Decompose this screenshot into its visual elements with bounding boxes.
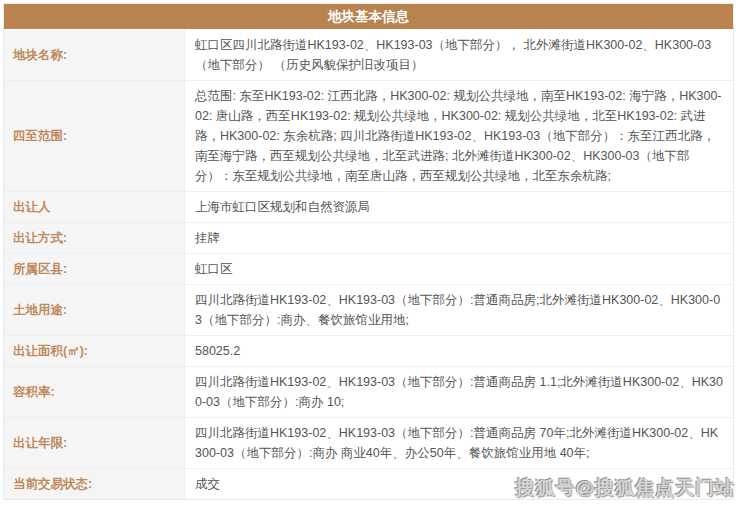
row-value: 上海市虹口区规划和自然资源局: [185, 192, 733, 222]
table-row: 当前交易状态:成交: [4, 468, 733, 499]
table-row: 四至范围:总范围: 东至HK193-02: 江西北路，HK300-02: 规划公…: [4, 80, 733, 191]
row-value-text: 四川北路街道HK193-02、HK193-03（地下部分）:普通商品房 70年;…: [195, 423, 723, 463]
table-row: 土地用途:四川北路街道HK193-02、HK193-03（地下部分）:普通商品房…: [4, 284, 733, 335]
table-row: 所属区县:虹口区: [4, 253, 733, 284]
row-label: 出让年限:: [4, 418, 185, 468]
row-label: 出让面积(㎡):: [4, 336, 185, 366]
table-row: 地块名称:虹口区四川北路街道HK193-02、HK193-03（地下部分）， 北…: [4, 29, 733, 80]
table-row: 出让年限:四川北路街道HK193-02、HK193-03（地下部分）:普通商品房…: [4, 417, 733, 468]
row-value: 虹口区四川北路街道HK193-02、HK193-03（地下部分）， 北外滩街道H…: [185, 30, 733, 80]
table-title: 地块基本信息: [4, 4, 733, 29]
row-value: 四川北路街道HK193-02、HK193-03（地下部分）:普通商品房 70年;…: [185, 418, 733, 468]
row-value: 四川北路街道HK193-02、HK193-03（地下部分）:普通商品房 1.1;…: [185, 367, 733, 417]
row-label: 四至范围:: [4, 81, 185, 191]
land-info-panel: 地块基本信息 地块名称:虹口区四川北路街道HK193-02、HK193-03（地…: [3, 3, 734, 500]
row-label: 容积率:: [4, 367, 185, 417]
row-label: 出让方式:: [4, 223, 185, 253]
row-value: 四川北路街道HK193-02、HK193-03（地下部分）:普通商品房;北外滩街…: [185, 285, 733, 335]
row-value-text: 挂牌: [195, 228, 220, 248]
row-label: 所属区县:: [4, 254, 185, 284]
table-body: 地块名称:虹口区四川北路街道HK193-02、HK193-03（地下部分）， 北…: [4, 29, 733, 499]
row-label: 地块名称:: [4, 30, 185, 80]
table-row: 容积率:四川北路街道HK193-02、HK193-03（地下部分）:普通商品房 …: [4, 366, 733, 417]
row-value-text: 成交: [195, 474, 220, 494]
row-value-text: 虹口区四川北路街道HK193-02、HK193-03（地下部分）， 北外滩街道H…: [195, 35, 723, 75]
row-value-text: 58025.2: [195, 341, 240, 361]
page: 地块基本信息 地块名称:虹口区四川北路街道HK193-02、HK193-03（地…: [0, 0, 740, 505]
row-value: 58025.2: [185, 336, 733, 366]
table-row: 出让人上海市虹口区规划和自然资源局: [4, 191, 733, 222]
row-label: 土地用途:: [4, 285, 185, 335]
row-value: 成交: [185, 469, 733, 499]
row-value: 挂牌: [185, 223, 733, 253]
table-row: 出让面积(㎡):58025.2: [4, 335, 733, 366]
row-value-text: 虹口区: [195, 259, 233, 279]
row-value-text: 上海市虹口区规划和自然资源局: [195, 197, 370, 217]
row-value-text: 总范围: 东至HK193-02: 江西北路，HK300-02: 规划公共绿地，南…: [195, 86, 723, 186]
row-value-text: 四川北路街道HK193-02、HK193-03（地下部分）:普通商品房;北外滩街…: [195, 290, 723, 330]
row-label: 出让人: [4, 192, 185, 222]
row-label: 当前交易状态:: [4, 469, 185, 499]
row-value: 总范围: 东至HK193-02: 江西北路，HK300-02: 规划公共绿地，南…: [185, 81, 733, 191]
row-value: 虹口区: [185, 254, 733, 284]
table-row: 出让方式:挂牌: [4, 222, 733, 253]
row-value-text: 四川北路街道HK193-02、HK193-03（地下部分）:普通商品房 1.1;…: [195, 372, 723, 412]
